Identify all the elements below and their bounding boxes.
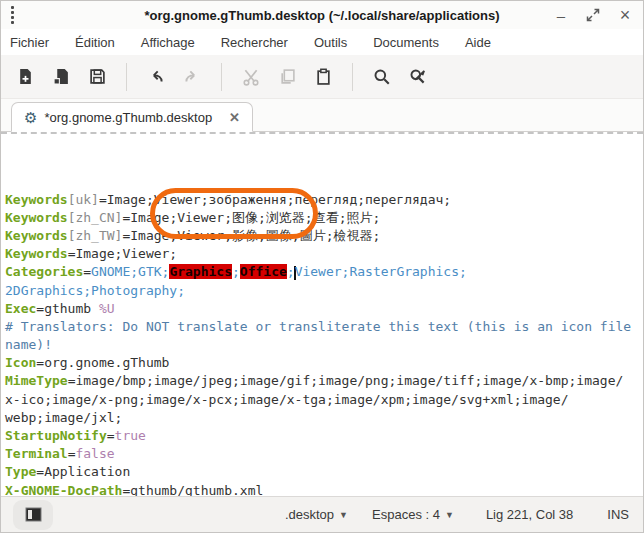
code-line: MimeType=image/bmp;image/jpeg;image/gif;…	[5, 372, 643, 390]
code-line: # Translators: Do NOT translate or trans…	[5, 318, 643, 336]
code-line: name)!	[5, 336, 643, 354]
window-title: *org.gnome.gThumb.desktop (~/.local/shar…	[1, 8, 643, 23]
cursor-position-label: Lig 221, Col 38	[486, 507, 573, 522]
toolbar-separator	[352, 63, 353, 91]
menu-item-outils[interactable]: Outils	[314, 35, 347, 50]
code-line: Categories=GNOME;GTK;Graphics;Office;Vie…	[5, 263, 643, 281]
code-line: Keywords[uk]=Image;Viewer;зображення;пер…	[5, 191, 643, 209]
drag-handle-icon	[11, 6, 14, 24]
menu-item-rechercher[interactable]: Rechercher	[221, 35, 288, 50]
filetype-label: .desktop	[285, 507, 334, 522]
code-line: Terminal=false	[5, 445, 643, 463]
copy-icon	[279, 68, 296, 85]
insert-mode-label: INS	[607, 507, 629, 522]
tab-label: *org.gnome.gThumb.desktop	[44, 110, 212, 125]
search-replace-button[interactable]	[401, 60, 435, 94]
paste-icon	[315, 68, 332, 85]
side-panel-toggle-button[interactable]	[13, 500, 53, 530]
code-line: Keywords[zh_TW]=Image;Viewer;影像;圖像;圖片;檢視…	[5, 227, 643, 245]
code-line: StartupNotify=true	[5, 427, 643, 445]
undo-button[interactable]	[139, 60, 173, 94]
cut-icon	[242, 68, 260, 86]
cut-button[interactable]	[234, 60, 268, 94]
status-bar: .desktop ▼ Espaces : 4 ▼ Lig 221, Col 38…	[1, 496, 643, 532]
menu-item-affichage[interactable]: Affichage	[141, 35, 195, 50]
close-button[interactable]: ×	[617, 7, 633, 23]
code-line: webp;image/jxl;	[5, 409, 643, 427]
menu-item-dition[interactable]: Édition	[75, 35, 115, 50]
restore-icon	[586, 8, 600, 22]
tab-bar: ⚙ *org.gnome.gThumb.desktop ✕	[1, 99, 643, 132]
save-document-button[interactable]	[80, 60, 114, 94]
code-line: 2DGraphics;Photography;	[5, 282, 643, 300]
title-bar: *org.gnome.gThumb.desktop (~/.local/shar…	[1, 1, 643, 29]
chevron-down-icon: ▼	[445, 510, 454, 520]
toolbar-separator	[126, 63, 127, 91]
code-line: Keywords=Image;Viewer;	[5, 245, 643, 263]
menu-item-fichier[interactable]: Fichier	[10, 35, 49, 50]
code-line: Exec=gthumb %U	[5, 300, 643, 318]
redo-icon	[183, 68, 201, 86]
tab-width-selector[interactable]: Espaces : 4 ▼	[372, 507, 454, 522]
menu-item-documents[interactable]: Documents	[373, 35, 439, 50]
toolbar-separator	[221, 63, 222, 91]
open-document-icon	[53, 68, 70, 85]
paste-button[interactable]	[306, 60, 340, 94]
toolbar	[1, 55, 643, 99]
tab-width-label: Espaces : 4	[372, 507, 440, 522]
undo-icon	[147, 68, 165, 86]
search-icon	[373, 68, 391, 86]
chevron-down-icon: ▼	[339, 510, 348, 520]
filetype-selector[interactable]: .desktop ▼	[285, 507, 348, 522]
code-area[interactable]: Keywords[uk]=Image;Viewer;зображення;пер…	[1, 132, 643, 498]
redo-button[interactable]	[175, 60, 209, 94]
gear-icon: ⚙	[24, 110, 37, 125]
code-line: Icon=org.gnome.gThumb	[5, 354, 643, 372]
new-document-icon	[17, 68, 34, 85]
save-icon	[89, 68, 106, 85]
gedit-window: *org.gnome.gThumb.desktop (~/.local/shar…	[0, 0, 644, 533]
search-button[interactable]	[365, 60, 399, 94]
menu-item-aide[interactable]: Aide	[465, 35, 491, 50]
search-replace-icon	[409, 68, 427, 86]
new-document-button[interactable]	[8, 60, 42, 94]
menu-bar: FichierÉditionAffichageRechercherOutilsD…	[1, 29, 643, 55]
minimize-button[interactable]: –	[553, 7, 569, 23]
tab-close-icon[interactable]: ✕	[229, 110, 240, 125]
side-panel-icon	[25, 507, 42, 522]
tab-gthumb-desktop[interactable]: ⚙ *org.gnome.gThumb.desktop ✕	[11, 102, 253, 132]
copy-button[interactable]	[270, 60, 304, 94]
open-document-button[interactable]	[44, 60, 78, 94]
code-line: Type=Application	[5, 463, 643, 481]
code-line: Keywords[zh_CN]=Image;Viewer;图像;浏览器;查看;照…	[5, 209, 643, 227]
code-line: x-ico;image/x-png;image/x-pcx;image/x-tg…	[5, 391, 643, 409]
restore-button[interactable]	[585, 7, 601, 23]
